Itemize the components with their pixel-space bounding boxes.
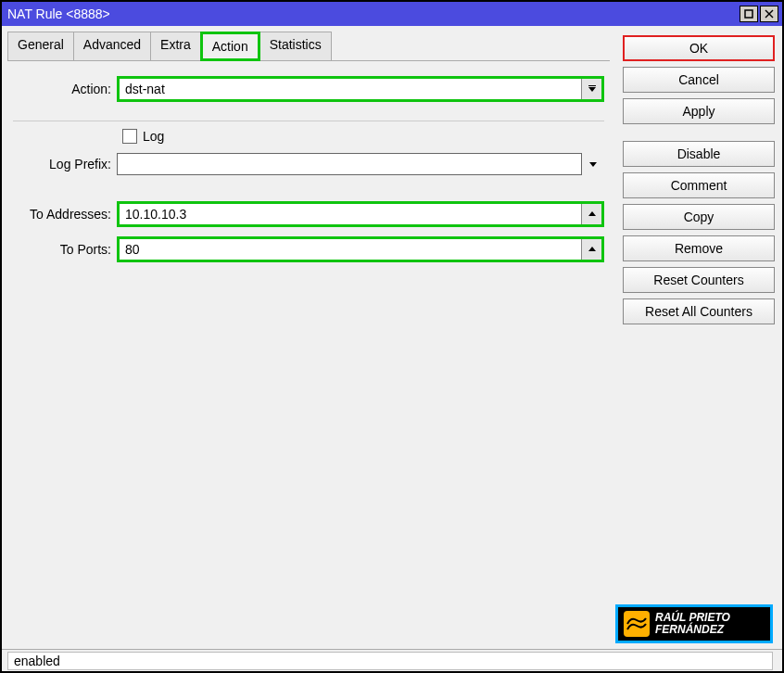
titlebar: NAT Rule <8888> [2, 2, 782, 26]
to-addresses-collapse-button[interactable] [581, 204, 601, 224]
log-prefix-field-wrap [117, 153, 582, 175]
copy-button[interactable]: Copy [623, 204, 775, 230]
action-row: Action: [13, 76, 604, 102]
action-dropdown[interactable] [120, 79, 581, 99]
svg-rect-0 [745, 10, 752, 18]
ok-button[interactable]: OK [623, 35, 775, 61]
window-body: General Advanced Extra Action Statistics… [2, 26, 782, 649]
svg-marker-3 [588, 87, 596, 92]
comment-button[interactable]: Comment [623, 172, 775, 198]
close-button[interactable] [760, 6, 778, 22]
tab-statistics[interactable]: Statistics [259, 32, 332, 61]
action-dropdown-button[interactable] [581, 79, 601, 99]
status-text: enabled [7, 652, 773, 670]
nat-rule-window: NAT Rule <8888> General Advanced Extra A… [0, 0, 784, 673]
action-field-wrap [117, 76, 604, 102]
brand-icon [624, 611, 650, 637]
tabs: General Advanced Extra Action Statistics [7, 32, 610, 61]
to-ports-field-wrap [117, 236, 604, 262]
log-prefix-label: Log Prefix: [13, 157, 117, 171]
log-row: Log [122, 129, 604, 144]
tab-content-action: Action: Log Log Prefix: [7, 60, 610, 649]
brand-badge: RAÚL PRIETO FERNÁNDEZ [615, 604, 773, 643]
divider [13, 121, 604, 121]
to-addresses-row: To Addresses: [13, 201, 604, 227]
log-prefix-expand-button[interactable] [582, 159, 604, 169]
to-ports-input[interactable] [120, 239, 581, 260]
apply-button[interactable]: Apply [623, 98, 775, 124]
remove-button[interactable]: Remove [623, 235, 775, 261]
svg-marker-5 [589, 162, 597, 167]
main-panel: General Advanced Extra Action Statistics… [2, 26, 615, 649]
dropdown-arrow-icon [588, 84, 597, 94]
restore-button[interactable] [740, 6, 758, 22]
chevron-up-icon [588, 245, 597, 254]
window-title: NAT Rule <8888> [6, 6, 738, 21]
svg-marker-6 [588, 211, 596, 216]
disable-button[interactable]: Disable [623, 141, 775, 167]
tab-extra[interactable]: Extra [150, 32, 201, 61]
reset-all-counters-button[interactable]: Reset All Counters [623, 298, 775, 324]
log-label: Log [143, 129, 164, 144]
log-prefix-row: Log Prefix: [13, 153, 604, 175]
tab-advanced[interactable]: Advanced [73, 32, 151, 61]
to-ports-row: To Ports: [13, 236, 604, 262]
tab-general[interactable]: General [7, 32, 74, 61]
log-prefix-input[interactable] [118, 154, 581, 174]
tab-action[interactable]: Action [200, 32, 260, 61]
statusbar: enabled [2, 649, 782, 671]
brand-line2: FERNÁNDEZ [655, 624, 730, 636]
reset-counters-button[interactable]: Reset Counters [623, 267, 775, 293]
action-label: Action: [13, 82, 117, 96]
spacer [623, 130, 775, 135]
to-addresses-input[interactable] [120, 204, 581, 224]
svg-rect-4 [588, 85, 596, 86]
to-ports-label: To Ports: [13, 242, 117, 257]
cancel-button[interactable]: Cancel [623, 67, 775, 93]
chevron-up-icon [588, 210, 597, 219]
to-ports-collapse-button[interactable] [581, 239, 601, 260]
log-checkbox[interactable] [122, 129, 137, 144]
to-addresses-label: To Addresses: [13, 207, 117, 222]
brand-text: RAÚL PRIETO FERNÁNDEZ [655, 612, 730, 636]
side-button-panel: OK Cancel Apply Disable Comment Copy Rem… [615, 26, 782, 649]
to-addresses-field-wrap [117, 201, 604, 227]
svg-marker-7 [588, 247, 596, 251]
chevron-down-icon [588, 159, 598, 169]
